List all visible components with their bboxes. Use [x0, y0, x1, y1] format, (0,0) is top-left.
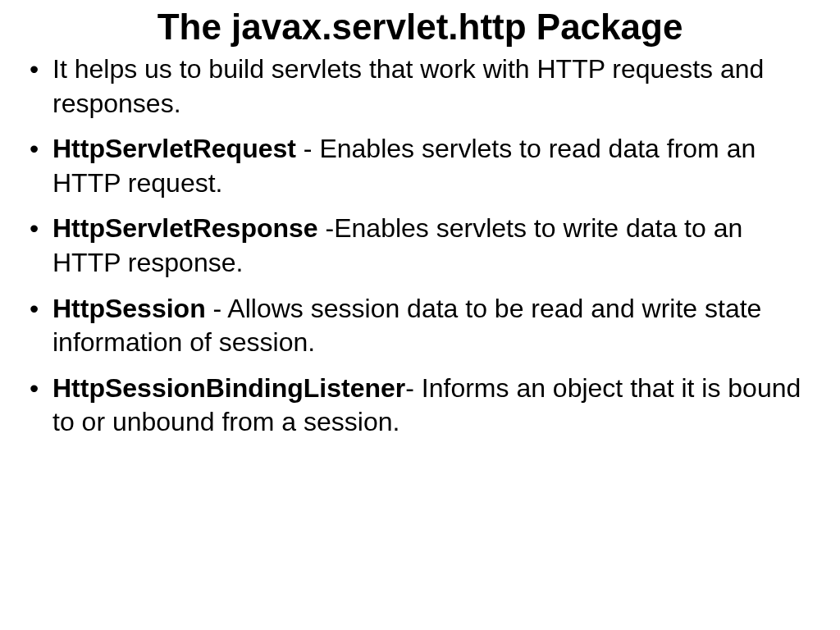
bullet-list: It helps us to build servlets that work …	[25, 52, 815, 440]
term: HttpSession	[52, 294, 206, 323]
list-item: HttpSessionBindingListener- Informs an o…	[25, 372, 815, 440]
definition: It helps us to build servlets that work …	[52, 54, 764, 118]
list-item: HttpServletRequest - Enables servlets to…	[25, 132, 815, 200]
term: HttpServletRequest	[52, 134, 296, 163]
slide-title: The javax.servlet.http Package	[25, 7, 815, 48]
term: HttpServletResponse	[52, 213, 318, 243]
term: HttpSessionBindingListener	[52, 373, 405, 403]
list-item: It helps us to build servlets that work …	[25, 52, 815, 121]
list-item: HttpSession - Allows session data to be …	[25, 292, 815, 360]
slide: The javax.servlet.http Package It helps …	[0, 0, 840, 630]
list-item: HttpServletResponse -Enables servlets to…	[25, 212, 815, 280]
